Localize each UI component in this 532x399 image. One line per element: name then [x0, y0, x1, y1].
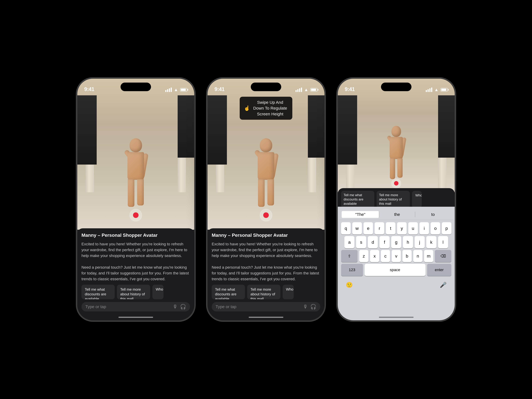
key-x[interactable]: x	[370, 250, 379, 262]
chip-discounts[interactable]: Tell me what discounts are available	[82, 285, 115, 299]
swipe-hint-text: Swipe Up And Down To Regulate Screen Hei…	[252, 100, 288, 117]
chip-who[interactable]: Who	[283, 285, 294, 299]
avatar-mannequin	[385, 126, 407, 176]
emoji-key[interactable]: 🙂	[343, 279, 355, 291]
key-p[interactable]: p	[442, 222, 451, 234]
volume-up-button[interactable]	[76, 131, 77, 148]
home-indicator	[119, 317, 153, 318]
record-button[interactable]	[130, 209, 142, 222]
headphone-icon[interactable]: 🎧	[310, 304, 317, 310]
silent-switch[interactable]	[76, 115, 77, 126]
key-g[interactable]: g	[391, 236, 401, 248]
key-z[interactable]: z	[359, 250, 368, 262]
record-button[interactable]	[260, 209, 272, 222]
avatar-mannequin	[252, 138, 280, 205]
delete-key[interactable]: ⌫	[435, 250, 451, 262]
status-icons: ▲	[426, 87, 448, 92]
mall-background	[338, 79, 455, 192]
key-i[interactable]: i	[419, 222, 429, 234]
silent-switch[interactable]	[206, 115, 208, 126]
chip-discounts[interactable]: Tell me what discounts are available	[212, 285, 245, 299]
chip-history[interactable]: Tell me more about history of this mall	[117, 285, 150, 299]
key-k[interactable]: k	[426, 236, 436, 248]
volume-up-button[interactable]	[337, 131, 338, 148]
mannequin-leg-right	[397, 158, 403, 178]
shift-key[interactable]: ⇧	[341, 250, 358, 262]
chip-who[interactable]: Who	[412, 191, 422, 208]
key-m[interactable]: m	[424, 250, 433, 262]
mall-background: ☝ Swipe Up And Down To Regulate Screen H…	[208, 79, 324, 230]
key-q[interactable]: q	[341, 222, 351, 234]
predictive-word-2[interactable]: the	[379, 212, 415, 217]
key-v[interactable]: v	[392, 250, 401, 262]
chip-history[interactable]: Tell me more about history of this mall	[247, 285, 280, 299]
dynamic-island	[381, 82, 412, 91]
record-dot	[133, 212, 139, 218]
key-c[interactable]: c	[381, 250, 390, 262]
key-r[interactable]: r	[375, 222, 384, 234]
key-b[interactable]: b	[402, 250, 412, 262]
volume-down-button[interactable]	[76, 153, 77, 170]
key-j[interactable]: j	[415, 236, 425, 248]
silent-switch[interactable]	[337, 115, 338, 126]
keyboard-predictive-bar: "The" the to	[339, 209, 454, 220]
power-button[interactable]	[455, 126, 456, 148]
battery-icon	[441, 88, 448, 92]
volume-down-button[interactable]	[337, 153, 338, 170]
key-t[interactable]: t	[386, 222, 395, 234]
key-u[interactable]: u	[408, 222, 418, 234]
key-l[interactable]: l	[438, 236, 448, 248]
status-time: 9:41	[345, 86, 355, 92]
mannequin-head	[130, 138, 142, 152]
key-y[interactable]: y	[397, 222, 407, 234]
key-d[interactable]: d	[368, 236, 378, 248]
key-o[interactable]: o	[431, 222, 440, 234]
keyboard-row-2: a s d f g h j k l	[339, 236, 454, 248]
volume-down-button[interactable]	[206, 153, 208, 170]
keyboard-row-3: ⇧ z x c v b n m ⌫	[339, 250, 454, 262]
keyboard: "The" the to q w e r t y u i o p a s d f…	[338, 207, 455, 320]
predictive-word-3[interactable]: to	[415, 212, 451, 217]
chip-history[interactable]: Tell me more about history of this mall	[377, 191, 410, 208]
input-bar[interactable]: Type or tap 🎙 🎧	[212, 302, 320, 311]
record-button[interactable]	[391, 178, 401, 188]
avatar-name: Manny – Personal Shopper Avatar	[212, 233, 320, 238]
chat-panel: Manny – Personal Shopper Avatar Excited …	[77, 228, 194, 321]
microphone-icon[interactable]: 🎙	[173, 304, 178, 310]
suggestion-chips: Tell me what discounts are available Tel…	[341, 191, 451, 208]
enter-key[interactable]: enter	[427, 264, 451, 276]
suggestion-chips: Tell me what discounts are available Tel…	[212, 285, 320, 299]
input-placeholder: Type or tap	[85, 304, 171, 309]
key-w[interactable]: w	[352, 222, 362, 234]
storefront-right	[177, 95, 194, 158]
predictive-word-1[interactable]: "The"	[342, 211, 379, 218]
storefront-left	[208, 95, 227, 165]
mannequin-head	[391, 126, 401, 137]
microphone-icon[interactable]: 🎙	[303, 304, 308, 310]
key-s[interactable]: s	[356, 236, 366, 248]
headphone-icon[interactable]: 🎧	[180, 304, 186, 310]
ar-viewport	[77, 79, 194, 230]
volume-up-button[interactable]	[206, 131, 208, 148]
chat-panel: Manny – Personal Shopper Avatar Excited …	[208, 228, 324, 321]
power-button[interactable]	[194, 126, 195, 148]
avatar-mannequin	[122, 138, 150, 205]
storefront-right	[308, 95, 324, 158]
ar-viewport	[338, 79, 455, 192]
key-e[interactable]: e	[364, 222, 373, 234]
key-f[interactable]: f	[380, 236, 389, 248]
power-button[interactable]	[324, 126, 326, 148]
chip-discounts[interactable]: Tell me what discounts are available	[341, 191, 374, 208]
chip-who[interactable]: Who	[152, 285, 164, 299]
key-a[interactable]: a	[344, 236, 355, 248]
key-h[interactable]: h	[403, 236, 413, 248]
wifi-icon: ▲	[304, 87, 308, 92]
numbers-key[interactable]: 123	[341, 264, 363, 276]
input-bar[interactable]: Type or tap 🎙 🎧	[82, 302, 190, 311]
space-key[interactable]: space	[365, 264, 425, 276]
storefront-left	[77, 95, 97, 165]
record-dot	[263, 212, 269, 218]
microphone-key[interactable]: 🎤	[437, 279, 450, 291]
battery-icon	[310, 88, 317, 92]
key-n[interactable]: n	[413, 250, 422, 262]
